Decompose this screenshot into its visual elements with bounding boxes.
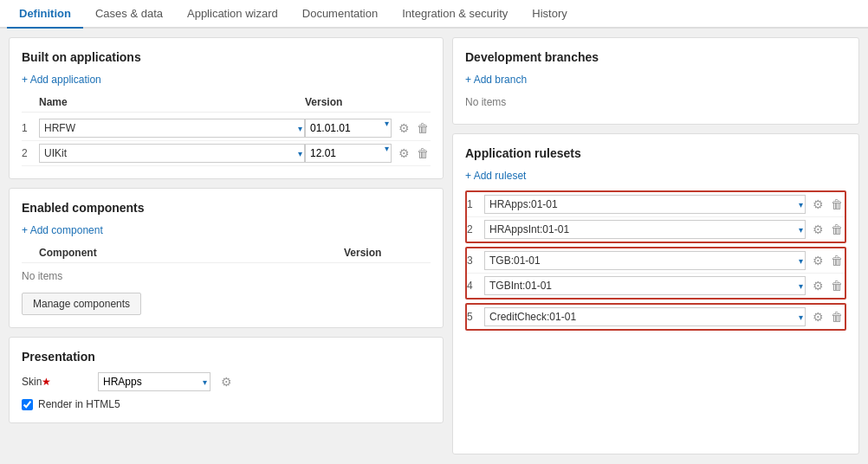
main-content: Built on applications Add application Na… (0, 29, 868, 463)
name-arrow-icon: ▾ (298, 149, 302, 158)
delete-icon[interactable]: 🗑 (829, 278, 845, 293)
presentation-title: Presentation (22, 350, 431, 364)
presentation-section: Presentation Skin★ ▾ ⚙ Render in HTML5 (9, 337, 444, 423)
header-num (22, 247, 39, 259)
name-arrow-icon: ▾ (298, 124, 302, 133)
ruleset-row: 2 ▾ ⚙ 🗑 (467, 217, 845, 242)
ruleset-row-actions: ⚙ 🗑 (806, 197, 845, 212)
ruleset-num: 1 (467, 198, 484, 210)
header-version: Version (305, 96, 392, 108)
ruleset-arrow-icon: ▾ (799, 313, 803, 322)
skin-settings-icon[interactable]: ⚙ (221, 375, 232, 389)
built-on-title: Built on applications (22, 50, 431, 64)
app-name-input[interactable] (39, 144, 305, 163)
ruleset-group-c: 5 ▾ ⚙ 🗑 (465, 303, 846, 331)
ruleset-input-wrap: ▾ (484, 251, 806, 270)
add-ruleset-link[interactable]: Add ruleset (465, 170, 526, 182)
ruleset-num: 4 (467, 280, 484, 292)
app-name-input[interactable] (39, 119, 305, 138)
ruleset-name-input[interactable] (484, 307, 806, 326)
settings-icon[interactable]: ⚙ (811, 197, 826, 212)
ruleset-row-actions: ⚙ 🗑 (806, 222, 845, 237)
add-application-link[interactable]: Add application (22, 74, 101, 86)
tab-definition[interactable]: Definition (7, 0, 83, 29)
ruleset-arrow-icon: ▾ (799, 256, 803, 266)
ruleset-num: 3 (467, 255, 484, 267)
header-version: Version (344, 247, 431, 259)
delete-icon[interactable]: 🗑 (415, 120, 431, 136)
ruleset-num: 2 (467, 223, 484, 235)
required-marker: ★ (42, 376, 51, 388)
render-html5-label: Render in HTML5 (38, 398, 120, 410)
table-row: 1 ▾ ▾ ⚙ 🗑 (22, 116, 431, 141)
delete-icon[interactable]: 🗑 (829, 197, 845, 212)
settings-icon[interactable]: ⚙ (811, 278, 826, 293)
delete-icon[interactable]: 🗑 (829, 222, 845, 237)
delete-icon[interactable]: 🗑 (415, 145, 431, 161)
row-num: 1 (22, 122, 39, 134)
dev-branches-title: Development branches (465, 50, 846, 64)
add-component-link[interactable]: Add component (22, 224, 103, 236)
ruleset-arrow-icon: ▾ (799, 281, 803, 291)
version-wrap: ▾ (305, 119, 392, 138)
version-input[interactable] (305, 119, 392, 138)
settings-icon[interactable]: ⚙ (811, 222, 826, 237)
left-panel: Built on applications Add application Na… (9, 37, 444, 454)
settings-icon[interactable]: ⚙ (397, 120, 411, 136)
skin-arrow-icon: ▾ (203, 377, 207, 387)
no-items-label: No items (22, 267, 431, 286)
header-name: Name (39, 96, 305, 108)
ruleset-name-input[interactable] (484, 276, 806, 295)
name-input-wrap: ▾ (39, 119, 305, 138)
skin-input-wrap: ▾ (98, 372, 211, 391)
ruleset-input-wrap: ▾ (484, 276, 806, 295)
ruleset-row-actions: ⚙ 🗑 (806, 278, 845, 293)
built-on-section: Built on applications Add application Na… (9, 37, 444, 179)
version-arrow-icon: ▾ (385, 119, 389, 128)
skin-row: Skin★ ▾ ⚙ (22, 372, 431, 391)
version-input[interactable] (305, 144, 392, 163)
header-actions (392, 96, 431, 108)
ruleset-row-actions: ⚙ 🗑 (806, 309, 845, 325)
skin-label: Skin★ (22, 376, 91, 388)
dev-branches-no-items: No items (465, 93, 846, 112)
row-num: 2 (22, 147, 39, 159)
ruleset-row: 5 ▾ ⚙ 🗑 (467, 305, 845, 329)
manage-components-button[interactable]: Manage components (22, 293, 141, 315)
ruleset-name-input[interactable] (484, 195, 806, 214)
version-arrow-icon: ▾ (385, 144, 389, 153)
row-actions: ⚙ 🗑 (392, 145, 431, 161)
ruleset-row-actions: ⚙ 🗑 (806, 253, 845, 268)
tab-cases-data[interactable]: Cases & data (83, 0, 175, 29)
tab-bar: Definition Cases & data Application wiza… (0, 0, 868, 29)
settings-icon[interactable]: ⚙ (811, 309, 826, 325)
delete-icon[interactable]: 🗑 (829, 253, 845, 268)
settings-icon[interactable]: ⚙ (397, 145, 411, 161)
tab-application-wizard[interactable]: Application wizard (175, 0, 290, 29)
ruleset-arrow-icon: ▾ (799, 200, 803, 209)
add-branch-link[interactable]: Add branch (465, 74, 527, 86)
ruleset-name-input[interactable] (484, 251, 806, 270)
render-html5-checkbox[interactable] (22, 399, 33, 410)
tab-history[interactable]: History (520, 0, 579, 29)
app-container: Definition Cases & data Application wiza… (0, 0, 868, 463)
delete-icon[interactable]: 🗑 (829, 309, 845, 325)
app-rulesets-section: Application rulesets Add ruleset 1 ▾ ⚙ 🗑 (452, 133, 859, 454)
settings-icon[interactable]: ⚙ (811, 253, 826, 268)
ruleset-num: 5 (467, 311, 484, 323)
table-row: 2 ▾ ▾ ⚙ 🗑 (22, 141, 431, 166)
version-wrap: ▾ (305, 144, 392, 163)
ruleset-name-input[interactable] (484, 220, 806, 239)
header-component: Component (39, 247, 344, 259)
skin-input[interactable] (98, 372, 211, 391)
dev-branches-section: Development branches Add branch No items (452, 37, 859, 125)
ruleset-input-wrap: ▾ (484, 307, 806, 326)
ruleset-group-a: 1 ▾ ⚙ 🗑 2 ▾ (465, 190, 846, 243)
tab-integration-security[interactable]: Integration & security (390, 0, 520, 29)
enabled-components-title: Enabled components (22, 201, 431, 215)
ruleset-row: 3 ▾ ⚙ 🗑 (467, 248, 845, 274)
ruleset-input-wrap: ▾ (484, 195, 806, 214)
render-html5-row: Render in HTML5 (22, 398, 431, 410)
built-on-header: Name Version (22, 93, 431, 113)
tab-documentation[interactable]: Documentation (290, 0, 390, 29)
